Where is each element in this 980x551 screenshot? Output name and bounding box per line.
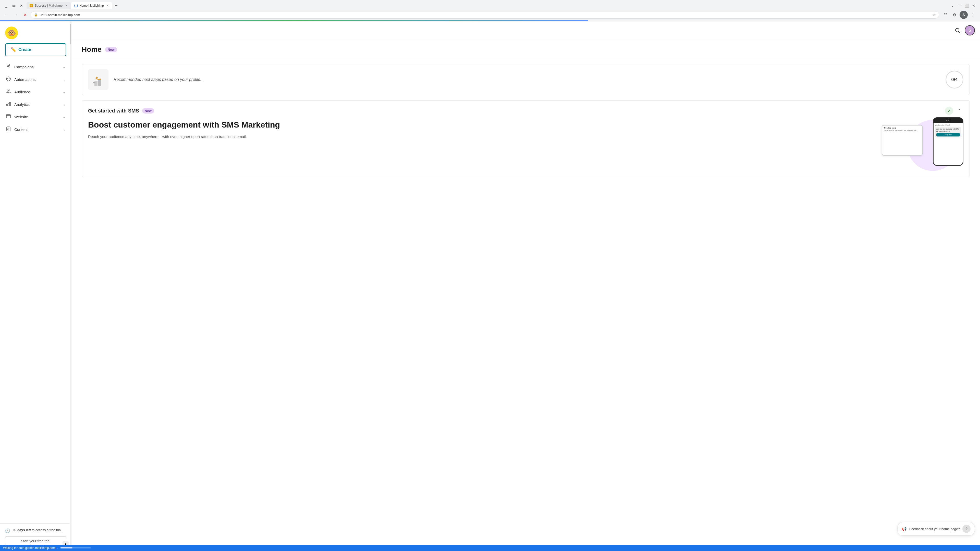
create-button[interactable]: ✏️ Create	[5, 43, 66, 56]
phone-cta: Shop Now	[936, 133, 960, 136]
sms-collapse-button[interactable]: ⌃	[955, 106, 963, 115]
window-restore-button[interactable]: ▭	[11, 3, 17, 9]
recommended-steps-card: Recommended next steps based on your pro…	[82, 64, 970, 95]
window-close-button[interactable]: ✕	[18, 3, 24, 9]
status-loading-indicator	[60, 548, 91, 548]
phone-message: Join our text club and get 10% off your …	[936, 128, 959, 132]
bookmark-button[interactable]: ☷	[941, 11, 950, 19]
sms-headline: Boost customer engagement with SMS Marke…	[88, 120, 874, 130]
progress-circle: 0/4	[945, 71, 963, 89]
status-bar: Waiting for data.guides.mailchimp.com...	[0, 545, 980, 550]
sms-badge: New	[142, 108, 154, 114]
feedback-text: Feedback about your home page?	[909, 527, 960, 531]
phone-time: 3:51	[946, 119, 950, 122]
svg-rect-10	[10, 102, 11, 106]
svg-point-7	[9, 90, 10, 91]
window-minimize-btn2[interactable]: —	[956, 3, 963, 9]
sms-header: Get started with SMS New ✓ ⌃	[88, 106, 963, 115]
sidebar-item-website[interactable]: Website ⌄	[2, 111, 69, 123]
tablet-content: Trending topic Boost customer engagement…	[882, 125, 922, 133]
recommended-text: Recommended next steps based on your pro…	[114, 77, 940, 82]
address-text: us21.admin.mailchimp.com	[40, 13, 930, 17]
sidebar-top: 🐵 ✏️ Create	[0, 21, 71, 61]
main-content: S Home New Recommended next steps	[72, 21, 980, 550]
forward-button[interactable]: →	[12, 11, 19, 18]
browser-tab-2[interactable]: Home | Mailchimp ✕	[71, 2, 112, 9]
svg-rect-9	[8, 103, 9, 106]
sms-image-area: Trending topic Boost customer engagement…	[882, 120, 963, 171]
sms-section: Get started with SMS New ✓ ⌃ Boost custo…	[82, 100, 970, 177]
help-button[interactable]: ?	[963, 525, 970, 533]
days-left-text: 90 days left	[13, 528, 31, 532]
analytics-label: Analytics	[14, 102, 60, 106]
address-bar[interactable]: 🔒 us21.admin.mailchimp.com ☆	[30, 11, 939, 19]
browser-window-controls: ⎯ ▭ ✕	[3, 3, 24, 9]
svg-rect-22	[98, 79, 101, 86]
page-new-badge: New	[105, 47, 117, 52]
status-loading-bar	[60, 548, 73, 548]
website-label: Website	[14, 115, 60, 119]
phone-message-bubble: Join our text club and get 10% off your …	[935, 127, 961, 138]
automations-label: Automations	[14, 77, 60, 82]
back-button[interactable]: ←	[3, 11, 10, 18]
user-avatar[interactable]: S	[965, 25, 975, 35]
create-label: Create	[18, 48, 31, 52]
website-icon	[6, 114, 11, 120]
sms-check-button[interactable]: ✓	[945, 106, 953, 115]
browser-titlebar: ⎯ ▭ ✕ M Success | Mailchimp ✕ Home | Mai…	[0, 0, 980, 9]
sidebar-item-campaigns[interactable]: Campaigns ⌄	[2, 61, 69, 73]
sms-description: Reach your audience any time, anywhere—w…	[88, 134, 874, 140]
sms-text-area: Boost customer engagement with SMS Marke…	[88, 120, 874, 145]
create-icon: ✏️	[11, 47, 16, 52]
reload-button[interactable]: ✕	[21, 11, 29, 18]
phone-content: Wednesday, May 5 Join our text club and …	[934, 123, 963, 165]
window-close-btn2[interactable]: ✕	[971, 3, 977, 9]
trial-notice: 🕐 90 days left to access a free trial.	[5, 528, 66, 533]
phone-status-bar: 3:51	[934, 118, 963, 123]
svg-point-6	[7, 90, 9, 91]
browser-chrome: ⎯ ▭ ✕ M Success | Mailchimp ✕ Home | Mai…	[0, 0, 980, 21]
tab-close-1[interactable]: ✕	[65, 4, 68, 7]
sms-content: Boost customer engagement with SMS Marke…	[88, 120, 963, 171]
more-button[interactable]: ⋮	[969, 11, 977, 19]
tab-collapse-button[interactable]: ⌄	[950, 3, 956, 9]
tab-favicon-2	[74, 4, 78, 7]
clock-icon: 🕐	[5, 528, 10, 533]
tab-label-2: Home | Mailchimp	[80, 4, 104, 7]
search-button[interactable]	[953, 25, 963, 35]
nav-section: Campaigns ⌄ Automations ⌄	[0, 61, 71, 524]
bookmark-icon[interactable]: ☆	[932, 13, 936, 17]
window-restore-btn2[interactable]: ⬜	[964, 3, 970, 9]
sidebar-item-analytics[interactable]: Analytics ⌄	[2, 98, 69, 111]
extension-button[interactable]: ⚙	[950, 11, 959, 19]
window-minimize-button[interactable]: ⎯	[3, 3, 9, 9]
start-trial-button[interactable]: Start your free trial	[5, 536, 66, 546]
feedback-icon: 📢	[902, 527, 907, 531]
sidebar-item-automations[interactable]: Automations ⌄	[2, 73, 69, 86]
analytics-chevron: ⌄	[63, 103, 65, 106]
tab-close-2[interactable]: ✕	[107, 4, 109, 7]
svg-rect-21	[94, 81, 97, 86]
main-header: Home New	[72, 39, 980, 59]
app-container: 🐵 ✏️ Create Campaigns	[0, 21, 980, 550]
website-chevron: ⌄	[63, 115, 65, 119]
profile-button[interactable]: S	[959, 11, 968, 19]
browser-toolbar: ← → ✕ 🔒 us21.admin.mailchimp.com ☆ ☷ ⚙ S…	[0, 9, 980, 21]
sms-header-actions: ✓ ⌃	[945, 106, 963, 115]
page-loading-bar	[0, 21, 588, 21]
browser-tab-1[interactable]: M Success | Mailchimp ✕	[27, 2, 71, 9]
automations-icon	[6, 76, 11, 83]
content-icon	[6, 126, 11, 133]
sidebar-item-content[interactable]: Content ⌄	[2, 123, 69, 136]
lock-icon: 🔒	[34, 13, 38, 17]
svg-line-4	[9, 66, 9, 67]
tab-favicon-1: M	[30, 4, 33, 7]
phone-mockup-container: Trending topic Boost customer engagement…	[882, 120, 963, 171]
analytics-icon	[6, 101, 11, 108]
sidebar-item-audience[interactable]: Audience ⌄	[2, 86, 69, 98]
new-tab-button[interactable]: +	[113, 2, 120, 9]
sidebar-scrollbar	[70, 21, 71, 550]
feedback-widget[interactable]: 📢 Feedback about your home page? ?	[897, 522, 975, 536]
sidebar-scrollbar-thumb	[70, 24, 71, 44]
phone-date: Wednesday, May 5	[935, 124, 961, 126]
